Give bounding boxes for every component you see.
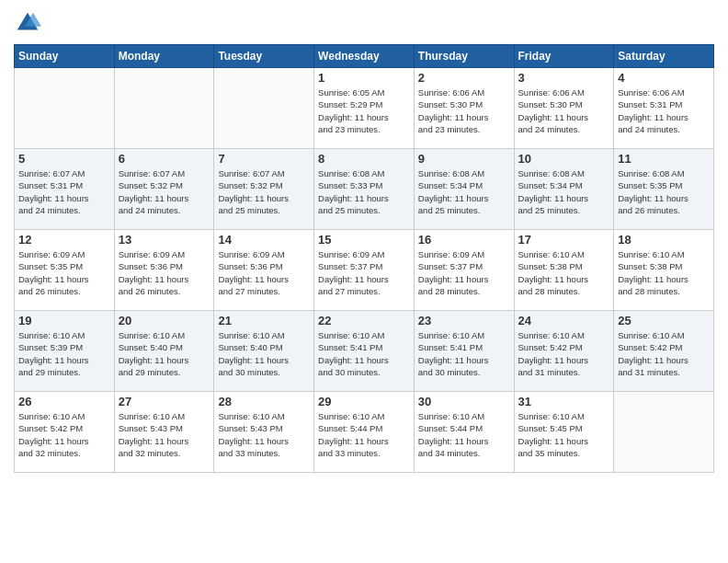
day-info: Sunrise: 6:10 AM Sunset: 5:45 PM Dayligh… [518,410,610,459]
calendar-day-cell: 1Sunrise: 6:05 AM Sunset: 5:29 PM Daylig… [314,68,415,149]
calendar-day-cell: 24Sunrise: 6:10 AM Sunset: 5:42 PM Dayli… [514,311,614,392]
day-number: 28 [218,395,310,408]
calendar-day-cell: 27Sunrise: 6:10 AM Sunset: 5:43 PM Dayli… [114,392,214,473]
day-number: 7 [218,152,310,166]
calendar-day-cell: 25Sunrise: 6:10 AM Sunset: 5:42 PM Dayli… [614,311,714,392]
day-info: Sunrise: 6:09 AM Sunset: 5:36 PM Dayligh… [218,248,310,297]
calendar-header: SundayMondayTuesdayWednesdayThursdayFrid… [15,45,714,68]
calendar-day-cell: 10Sunrise: 6:08 AM Sunset: 5:34 PM Dayli… [514,149,614,230]
day-number: 30 [418,395,510,408]
calendar-day-cell: 11Sunrise: 6:08 AM Sunset: 5:35 PM Dayli… [614,149,714,230]
day-number: 31 [518,395,610,408]
day-number: 18 [618,233,710,247]
calendar-table: SundayMondayTuesdayWednesdayThursdayFrid… [14,44,714,473]
calendar-week-row: 12Sunrise: 6:09 AM Sunset: 5:35 PM Dayli… [15,230,714,311]
day-info: Sunrise: 6:08 AM Sunset: 5:34 PM Dayligh… [418,167,510,216]
day-info: Sunrise: 6:10 AM Sunset: 5:38 PM Dayligh… [618,248,710,297]
weekday-header: Saturday [614,45,714,68]
calendar-day-cell: 2Sunrise: 6:06 AM Sunset: 5:30 PM Daylig… [414,68,514,149]
day-info: Sunrise: 6:10 AM Sunset: 5:43 PM Dayligh… [218,410,310,459]
day-info: Sunrise: 6:10 AM Sunset: 5:42 PM Dayligh… [518,329,610,378]
calendar-day-cell: 12Sunrise: 6:09 AM Sunset: 5:35 PM Dayli… [15,230,115,311]
calendar-day-cell: 29Sunrise: 6:10 AM Sunset: 5:44 PM Dayli… [314,392,415,473]
day-info: Sunrise: 6:08 AM Sunset: 5:34 PM Dayligh… [518,167,610,216]
calendar-day-cell: 31Sunrise: 6:10 AM Sunset: 5:45 PM Dayli… [514,392,614,473]
calendar-day-cell: 19Sunrise: 6:10 AM Sunset: 5:39 PM Dayli… [15,311,115,392]
day-info: Sunrise: 6:07 AM Sunset: 5:32 PM Dayligh… [119,167,210,216]
logo [14,9,45,37]
weekday-header-row: SundayMondayTuesdayWednesdayThursdayFrid… [15,45,714,68]
page-header [14,9,714,37]
day-info: Sunrise: 6:10 AM Sunset: 5:43 PM Dayligh… [119,410,210,459]
day-number: 3 [518,71,610,85]
day-info: Sunrise: 6:08 AM Sunset: 5:33 PM Dayligh… [318,167,410,216]
calendar-day-cell: 5Sunrise: 6:07 AM Sunset: 5:31 PM Daylig… [15,149,115,230]
day-info: Sunrise: 6:06 AM Sunset: 5:30 PM Dayligh… [518,86,610,135]
day-info: Sunrise: 6:10 AM Sunset: 5:42 PM Dayligh… [618,329,710,378]
day-info: Sunrise: 6:10 AM Sunset: 5:38 PM Dayligh… [518,248,610,297]
calendar-day-cell: 3Sunrise: 6:06 AM Sunset: 5:30 PM Daylig… [514,68,614,149]
day-number: 17 [518,233,610,247]
calendar-day-cell: 22Sunrise: 6:10 AM Sunset: 5:41 PM Dayli… [314,311,415,392]
day-info: Sunrise: 6:10 AM Sunset: 5:41 PM Dayligh… [418,329,510,378]
day-info: Sunrise: 6:09 AM Sunset: 5:35 PM Dayligh… [18,248,110,297]
day-info: Sunrise: 6:05 AM Sunset: 5:29 PM Dayligh… [318,86,410,135]
day-number: 12 [18,233,110,247]
calendar-week-row: 5Sunrise: 6:07 AM Sunset: 5:31 PM Daylig… [15,149,714,230]
day-number: 1 [318,71,410,85]
calendar-day-cell: 21Sunrise: 6:10 AM Sunset: 5:40 PM Dayli… [214,311,314,392]
weekday-header: Thursday [414,45,514,68]
day-info: Sunrise: 6:10 AM Sunset: 5:40 PM Dayligh… [119,329,210,378]
day-number: 16 [418,233,510,247]
day-info: Sunrise: 6:10 AM Sunset: 5:42 PM Dayligh… [18,410,110,459]
weekday-header: Friday [514,45,614,68]
day-number: 22 [318,314,410,327]
day-number: 4 [618,71,710,85]
day-number: 8 [318,152,410,166]
day-info: Sunrise: 6:08 AM Sunset: 5:35 PM Dayligh… [618,167,710,216]
day-number: 23 [418,314,510,327]
weekday-header: Monday [114,45,214,68]
page-container: SundayMondayTuesdayWednesdayThursdayFrid… [0,0,728,563]
calendar-day-cell [214,68,314,149]
calendar-day-cell: 16Sunrise: 6:09 AM Sunset: 5:37 PM Dayli… [414,230,514,311]
day-number: 25 [618,314,710,327]
day-number: 24 [518,314,610,327]
day-number: 6 [119,152,210,166]
calendar-day-cell: 4Sunrise: 6:06 AM Sunset: 5:31 PM Daylig… [614,68,714,149]
day-number: 19 [18,314,110,327]
day-number: 21 [218,314,310,327]
logo-icon [14,9,41,37]
day-info: Sunrise: 6:10 AM Sunset: 5:41 PM Dayligh… [318,329,410,378]
weekday-header: Wednesday [314,45,415,68]
day-number: 29 [318,395,410,408]
day-info: Sunrise: 6:07 AM Sunset: 5:32 PM Dayligh… [218,167,310,216]
day-number: 11 [618,152,710,166]
calendar-day-cell: 14Sunrise: 6:09 AM Sunset: 5:36 PM Dayli… [214,230,314,311]
day-number: 14 [218,233,310,247]
day-info: Sunrise: 6:10 AM Sunset: 5:40 PM Dayligh… [218,329,310,378]
day-number: 13 [119,233,210,247]
calendar-day-cell [15,68,115,149]
calendar-day-cell: 30Sunrise: 6:10 AM Sunset: 5:44 PM Dayli… [414,392,514,473]
calendar-day-cell [614,392,714,473]
calendar-day-cell: 15Sunrise: 6:09 AM Sunset: 5:37 PM Dayli… [314,230,415,311]
calendar-week-row: 1Sunrise: 6:05 AM Sunset: 5:29 PM Daylig… [15,68,714,149]
day-number: 9 [418,152,510,166]
day-number: 10 [518,152,610,166]
calendar-day-cell: 23Sunrise: 6:10 AM Sunset: 5:41 PM Dayli… [414,311,514,392]
day-number: 20 [119,314,210,327]
day-info: Sunrise: 6:07 AM Sunset: 5:31 PM Dayligh… [18,167,110,216]
weekday-header: Tuesday [214,45,314,68]
day-info: Sunrise: 6:09 AM Sunset: 5:36 PM Dayligh… [119,248,210,297]
day-number: 27 [119,395,210,408]
calendar-day-cell [114,68,214,149]
day-info: Sunrise: 6:10 AM Sunset: 5:44 PM Dayligh… [418,410,510,459]
calendar-week-row: 26Sunrise: 6:10 AM Sunset: 5:42 PM Dayli… [15,392,714,473]
day-info: Sunrise: 6:09 AM Sunset: 5:37 PM Dayligh… [318,248,410,297]
calendar-day-cell: 26Sunrise: 6:10 AM Sunset: 5:42 PM Dayli… [15,392,115,473]
day-info: Sunrise: 6:09 AM Sunset: 5:37 PM Dayligh… [418,248,510,297]
day-info: Sunrise: 6:10 AM Sunset: 5:39 PM Dayligh… [18,329,110,378]
day-info: Sunrise: 6:10 AM Sunset: 5:44 PM Dayligh… [318,410,410,459]
day-number: 2 [418,71,510,85]
